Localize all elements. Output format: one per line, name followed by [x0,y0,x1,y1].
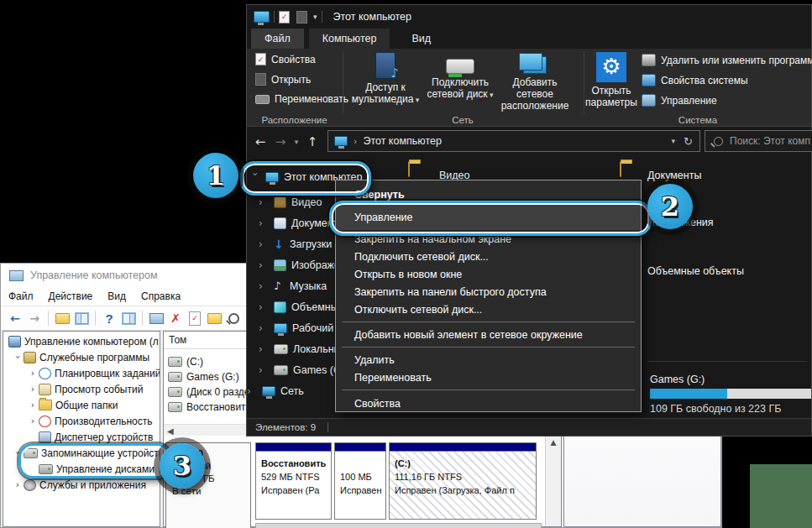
computer-action-icon[interactable] [149,311,164,326]
menu-item-properties[interactable]: Свойства [336,394,641,413]
menu-separator [342,322,635,322]
chevron-collapsed-icon[interactable]: › [259,217,269,229]
cm-menu-help[interactable]: Справка [134,290,188,302]
nav-downloads[interactable]: › ↓ Загрузки [259,233,332,254]
rename-icon [255,95,270,104]
menu-item-rename[interactable]: Переименовать [336,369,641,386]
actions-pane-toggle-icon[interactable] [121,311,136,326]
properties-quick-icon[interactable]: ✓ [279,11,290,24]
chevron-collapsed-icon[interactable]: › [259,322,269,334]
chevron-collapsed-icon[interactable]: › [27,416,39,426]
cm-tree-event-viewer[interactable]: › Просмотр событий [3,381,160,397]
folder-up-icon[interactable] [207,311,222,326]
games-drive-label[interactable]: Games (G:) [650,374,705,385]
chevron-collapsed-icon[interactable]: › [259,259,269,271]
cm-menu-file[interactable]: Файл [1,290,41,302]
properties-doc-icon[interactable]: ✓ [187,311,202,326]
open-settings-button[interactable]: ⚙ Открыть параметры [581,52,642,109]
cm-tree-services[interactable]: › Службы и приложения [3,477,160,493]
chevron-collapsed-icon[interactable]: › [27,400,39,410]
menu-item-add-network-element[interactable]: Добавить новый элемент в сетевое окружен… [336,326,641,343]
recent-locations-icon[interactable]: ▾ [291,138,302,146]
search-tool-icon[interactable] [226,311,241,326]
chevron-collapsed-icon[interactable]: › [27,368,39,379]
add-network-location-button[interactable]: Добавить сетевое расположение [499,52,571,112]
settings-gear-icon: ⚙ [596,52,626,82]
back-icon[interactable]: ← [250,134,270,149]
explorer-titlebar: ✓ ▾ Этот компьютер [247,5,811,29]
tab-file[interactable]: Файл [251,29,304,49]
menu-item-map-drive[interactable]: Подключить сетевой диск... [336,248,641,265]
cm-tree-shared-folders[interactable]: › Общие папки [3,397,160,413]
chevron-collapsed-icon[interactable]: › [259,196,269,208]
cm-menu-action[interactable]: Действие [41,290,101,302]
menu-item-delete[interactable]: Удалить [336,351,641,369]
nav-network[interactable]: › Сеть [247,380,304,401]
new-folder-quick-icon[interactable] [296,11,307,24]
forward-icon[interactable]: → [270,134,291,149]
partition-c[interactable]: (C:) 111,16 ГБ NTFS Исправен (Загрузка, … [389,442,537,520]
uninstall-program-button[interactable]: Удалить или изменить программу [642,54,812,66]
console-tree-toggle-icon[interactable] [74,311,89,326]
objects3d-folder-label[interactable]: Объемные объекты [647,265,744,277]
map-network-drive-button[interactable]: Подключить сетевой диск [424,52,496,101]
documents-folder-icon[interactable] [620,161,621,177]
uninstall-icon [642,54,656,66]
chevron-collapsed-icon[interactable]: › [259,238,269,250]
media-access-button[interactable]: Доступ к мультимедиа [349,52,422,106]
step-badge-3: 3 [160,443,205,489]
partition-recovery[interactable]: Восстановить 529 МБ NTFS Исправен (Ра [255,442,332,520]
open-button[interactable]: Открыть [255,73,311,86]
partition-efi[interactable]: 100 МБ Исправен [334,442,386,520]
chevron-collapsed-icon[interactable]: › [27,384,39,395]
chevron-collapsed-icon[interactable]: › [259,301,269,313]
nav-music[interactable]: › ♪ Музыка [259,275,327,296]
menu-item-disconnect-drive[interactable]: Отключить сетевой диск... [336,301,641,318]
ribbon-tabs: Файл Компьютер Вид [247,29,811,49]
cm-tree-system-tools[interactable]: › Служебные программы [3,349,160,365]
tab-view[interactable]: Вид [398,29,444,49]
customize-toolbar-icon[interactable]: ▾ [313,13,317,21]
chevron-collapsed-icon[interactable]: › [247,385,257,397]
chevron-collapsed-icon[interactable]: › [259,280,269,292]
chevron-collapsed-icon[interactable]: › [259,364,269,376]
system-properties-icon [642,74,656,86]
forward-icon[interactable]: → [27,311,42,326]
manage-button[interactable]: Управление [642,94,717,107]
step-badge-2: 2 [647,184,693,229]
vertical-scrollbar[interactable]: ▲ [545,436,561,526]
documents-folder-label[interactable]: Документы [647,170,701,181]
chevron-collapsed-icon[interactable]: › [259,343,269,355]
delete-icon[interactable]: ✗ [168,311,183,326]
search-box[interactable]: Поиск: Этот комп [705,130,812,152]
address-bar[interactable]: › Этот компьютер ▾ ↻ [327,130,700,152]
properties-button[interactable]: ✓ Свойства [255,53,316,65]
open-folder-icon[interactable] [55,311,70,326]
rename-button[interactable]: Переименовать [255,93,348,105]
tab-computer[interactable]: Компьютер [309,29,390,49]
event-viewer-icon [39,384,51,395]
videos-folder-icon[interactable] [408,161,410,177]
address-dropdown-icon[interactable]: ▾ [672,137,676,145]
cm-tree-task-scheduler[interactable]: › Планировщик заданий [3,365,160,381]
shared-folders-icon [39,400,52,410]
cm-menu-view[interactable]: Вид [100,290,134,302]
desktop-wallpaper-fragment [750,464,812,528]
up-icon[interactable]: ↑ [302,134,322,149]
refresh-icon[interactable]: ↻ [684,135,693,148]
back-icon[interactable]: ← [8,311,23,326]
device-manager-icon [39,431,51,443]
cm-tree-root[interactable]: Управление компьютером (л [3,333,160,349]
cm-window-title: Управление компьютером [30,269,158,281]
toolbar-separator [48,311,49,326]
items-count: Элементов: 9 [255,422,316,432]
chevron-collapsed-icon[interactable]: › [12,479,24,490]
chevron-expanded-icon[interactable]: › [13,352,24,363]
group-label-network: Сеть [343,115,583,125]
menu-item-pin-quick-access[interactable]: Закрепить на панели быстрого доступа [336,283,641,301]
system-properties-button[interactable]: Свойства системы [642,74,748,86]
cm-tree-performance[interactable]: › Производительность [3,413,160,429]
callout-step3-disk-management [18,443,171,478]
help-icon[interactable]: ? [102,311,117,326]
menu-item-open-new-window[interactable]: Открыть в новом окне [336,265,641,283]
